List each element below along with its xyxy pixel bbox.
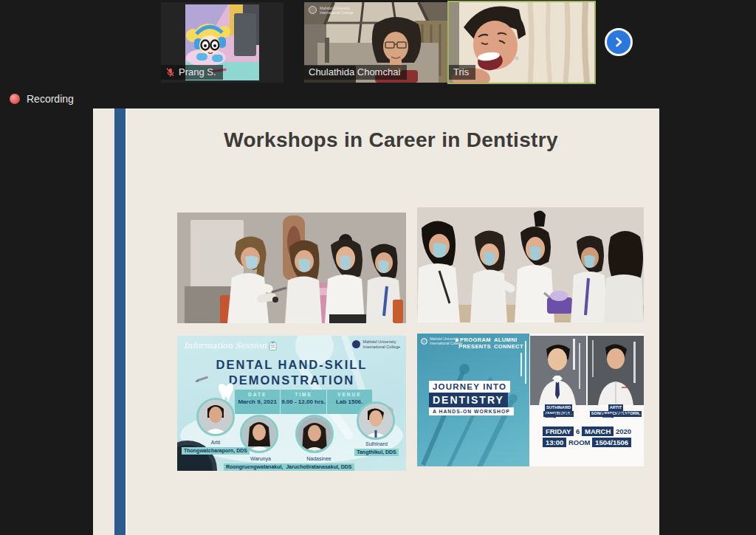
decor-bar — [525, 341, 526, 384]
photo-demonstration — [177, 213, 406, 323]
university-logo-icon — [352, 340, 360, 348]
next-participants-button[interactable] — [605, 28, 633, 56]
photo-demonstration-illustration — [177, 213, 406, 323]
speaker-name-suthinard: Suthinard Tangthikul, DDS — [344, 441, 406, 456]
speaker-avatar-nadasinee — [295, 415, 334, 453]
speaker-avatar-artit — [196, 398, 235, 436]
speaker-degree-artit: DDS — [588, 411, 644, 418]
speaker-avatar-suthinard — [357, 401, 395, 440]
square-bullet-icon — [456, 339, 458, 342]
event-date: FRIDAY 6 MARCH 2020 — [530, 427, 644, 436]
journey-title-line1: JOURNEY INTO — [429, 381, 510, 393]
program-presents-label: PROGRAM PRESENTS — [453, 337, 491, 350]
poster-info-band: DATE March 9, 2021 TIME 9.00 - 12.00 hrs… — [235, 390, 372, 414]
slide-title: Workshops in Career in Dentistry — [123, 128, 659, 152]
university-logo-icon — [309, 6, 317, 14]
participant-name-tag: Tris — [449, 65, 475, 80]
recording-label: Recording — [27, 93, 74, 105]
slide-accent-bar — [114, 108, 127, 535]
university-logo: Mahidol University International College — [352, 339, 400, 350]
recording-indicator: Recording — [10, 93, 74, 105]
video-thumbnail-prang[interactable]: Prang S. — [161, 2, 284, 83]
poster-dental-handskill: Information Session Mahidol University I… — [177, 336, 406, 471]
clipboard-icon — [269, 341, 277, 351]
alumni-connect-label: ALUMNI CONNECT — [494, 337, 523, 350]
poster-tagline: Information Session — [184, 341, 277, 351]
decor-bar — [520, 353, 522, 376]
recording-dot-icon — [10, 94, 20, 104]
event-time-room: 13:00 ROOM 1504/1506 — [530, 438, 644, 447]
journey-subtitle: A HANDS-ON WORKSHOP — [429, 407, 514, 415]
shared-screen-slide: Workshops in Career in Dentistry — [93, 108, 659, 535]
video-thumbnail-chulathida[interactable]: Mahidol University International College… — [304, 2, 448, 83]
poster-title: DENTAL HAND-SKILL DEMONSTRATION — [177, 357, 406, 389]
poster-journey-into-dentistry: Mahidol University International College… — [417, 334, 644, 466]
participant-name: Prang S. — [179, 66, 216, 77]
dental-tools-icon — [601, 412, 614, 418]
logo-college-name: International College — [363, 345, 400, 350]
participant-name: Tris — [453, 66, 469, 77]
speaker-name-nadasinee: Nadasinee Jaruchotiratanasakul, DDS — [278, 455, 360, 471]
university-watermark: Mahidol University International College — [309, 6, 354, 15]
logo-university-name: Mahidol University — [363, 339, 400, 345]
meeting-window: Prang S. — [0, 0, 756, 535]
chevron-right-icon — [613, 36, 625, 48]
speaker-name-artit: Artit Thongwatcharaporn, DDS — [179, 439, 252, 455]
watermark-college: International College — [320, 10, 354, 15]
dental-tools-icon — [543, 412, 557, 418]
poster-title-line2: DEMONSTRATION — [177, 373, 406, 388]
university-logo-icon — [421, 338, 427, 345]
poster-journey-title: JOURNEY INTO DENTISTRY A HANDS-ON WORKSH… — [429, 381, 514, 415]
info-time: TIME 9.00 - 12.00 hrs. — [280, 390, 326, 414]
poster-title-line1: DENTAL HAND-SKILL — [177, 357, 406, 373]
photo-practice — [417, 207, 644, 322]
photo-practice-illustration — [417, 207, 644, 322]
speaker-degree-suthinard: DDS — [529, 411, 588, 418]
speaker-photo-artit — [588, 336, 644, 405]
speaker-photo-suthinard — [530, 336, 586, 405]
participant-name-tag: Prang S. — [161, 65, 223, 80]
participant-name-tag: Chulathida Chomchai — [304, 65, 407, 80]
poster-teal-panel: Mahidol University International College… — [417, 334, 529, 466]
video-thumbnail-tris-active-speaker[interactable]: Tris — [447, 1, 596, 84]
info-date: DATE March 9, 2021 — [235, 390, 280, 414]
dental-instrument-icon — [193, 374, 210, 384]
mic-muted-icon — [165, 67, 175, 77]
participant-name: Chulathida Chomchai — [309, 66, 400, 77]
journey-title-line2: DENTISTRY — [429, 393, 508, 407]
